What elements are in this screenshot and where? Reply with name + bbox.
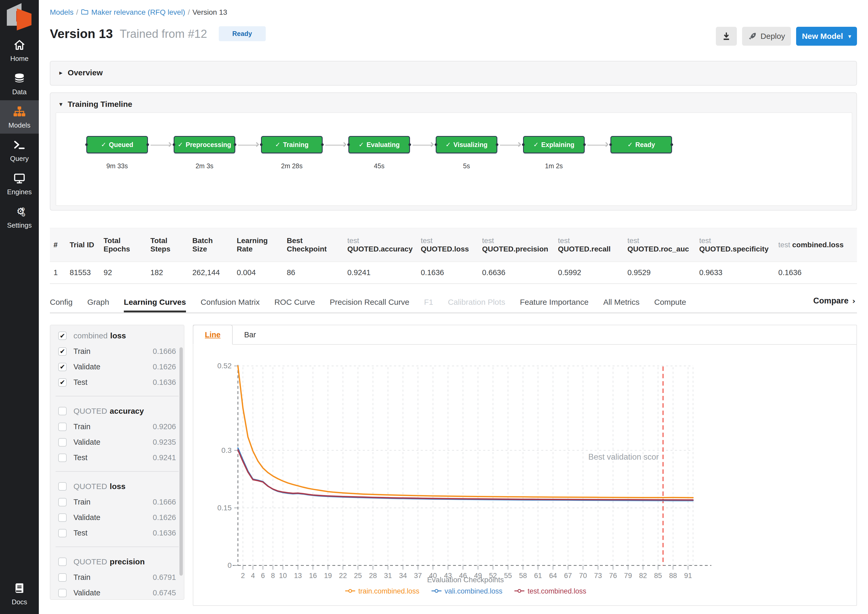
metric-value: 0.1626: [153, 513, 176, 522]
column-header: Batch Size: [189, 228, 233, 262]
metric-group: QUOTEDlossTrain0.1666Validate0.1626Test0…: [50, 476, 184, 542]
new-model-button[interactable]: New Model ▾: [796, 27, 857, 46]
table-cell: 92: [100, 262, 147, 283]
metric-checkbox[interactable]: [58, 423, 67, 431]
legend-item[interactable]: train.combined.loss: [345, 587, 419, 595]
metric-checkbox[interactable]: [58, 589, 67, 597]
stage-duration: 5s: [436, 162, 498, 170]
table-cell: 0.5992: [554, 262, 624, 283]
sidebar-item-home[interactable]: Home: [0, 34, 39, 67]
breadcrumb-current: Version 13: [192, 8, 227, 17]
column-header-label: QUOTED.recall: [558, 245, 611, 253]
tab-all-metrics[interactable]: All Metrics: [603, 298, 640, 312]
metric-value: 0.6791: [153, 573, 176, 582]
overview-section-title: Overview: [68, 68, 102, 77]
column-header-label: QUOTED.roc_auc: [628, 245, 689, 253]
metric-row: Validate0.1626: [57, 510, 177, 525]
compare-link[interactable]: Compare ›: [813, 296, 856, 306]
legend-label: test.combined.loss: [527, 587, 586, 595]
tab-confusion-matrix[interactable]: Confusion Matrix: [201, 298, 260, 312]
metrics-panel-scrollbar[interactable]: [180, 347, 183, 576]
metric-group-name: accuracy: [110, 407, 144, 415]
table-cell: 0.9529: [624, 262, 696, 283]
overview-section: ▸ Overview: [50, 61, 857, 85]
metric-group-name: loss: [110, 331, 126, 340]
group-divider: [56, 471, 179, 472]
best-validation-annotation: Best validation scor: [588, 452, 659, 462]
sidebar-item-query[interactable]: Query: [0, 134, 39, 167]
metric-checkbox[interactable]: [58, 529, 67, 537]
column-header-label: Total Epochs: [104, 236, 130, 253]
metric-checkbox[interactable]: [58, 573, 67, 582]
tab-feature-importance[interactable]: Feature Importance: [520, 298, 589, 312]
chart-legend: train.combined.lossvali.combined.losstes…: [238, 587, 693, 595]
pipeline-stage-ready: ✓Ready: [611, 136, 672, 153]
breadcrumb-link[interactable]: Maker relevance (RFQ level): [91, 8, 185, 17]
column-header: test combined.loss: [775, 228, 857, 262]
metric-checkbox[interactable]: [58, 513, 67, 522]
breadcrumb: Models/Maker relevance (RFQ level)/Versi…: [50, 8, 227, 17]
metric-checkbox[interactable]: [58, 378, 67, 387]
sidebar-item-settings[interactable]: ⚙⚙⚙Settings: [0, 200, 39, 234]
stage-connector: [238, 145, 258, 146]
stage-connector: [325, 145, 346, 146]
metric-checkbox[interactable]: [58, 363, 67, 371]
tab-line[interactable]: Line: [193, 325, 232, 345]
group-checkbox[interactable]: [58, 407, 67, 415]
arrow-right-icon: [341, 142, 346, 147]
table-cell: 0.9633: [696, 262, 775, 283]
arrow-right-icon: [604, 142, 608, 147]
stage-duration: 45s: [348, 162, 410, 170]
sidebar-item-data[interactable]: Data: [0, 67, 39, 100]
metric-value: 0.1666: [153, 498, 176, 507]
group-checkbox[interactable]: [58, 331, 67, 340]
sidebar-item-models[interactable]: Models: [0, 100, 39, 134]
table-cell: 86: [283, 262, 344, 283]
metric-row: Test0.9241: [57, 450, 177, 465]
download-icon: [722, 31, 731, 41]
group-checkbox[interactable]: [58, 558, 67, 566]
metric-tabs-bar: ConfigGraphLearning CurvesConfusion Matr…: [50, 291, 857, 314]
tab-compute[interactable]: Compute: [654, 298, 686, 312]
tab-precision-recall-curve[interactable]: Precision Recall Curve: [330, 298, 409, 312]
metric-label: Validate: [73, 438, 146, 446]
tab-calibration-plots: Calibration Plots: [448, 298, 505, 312]
metric-checkbox[interactable]: [58, 438, 67, 446]
learning-curves-chart[interactable]: 2468101316192225283134374043464952555861…: [193, 345, 856, 592]
legend-item[interactable]: vali.combined.loss: [431, 587, 502, 595]
metric-value: 0.9241: [153, 453, 176, 462]
pipeline-stage-training: ✓Training: [261, 136, 322, 153]
metric-checkbox[interactable]: [58, 498, 67, 507]
overview-section-header[interactable]: ▸ Overview: [50, 61, 856, 84]
metric-value: 0.9235: [153, 438, 176, 446]
metrics-selector-panel: combinedlossTrain0.1666Validate0.1626Tes…: [50, 325, 184, 600]
metric-label: Validate: [73, 589, 146, 597]
tab-roc-curve[interactable]: ROC Curve: [274, 298, 315, 312]
legend-item[interactable]: test.combined.loss: [514, 587, 586, 595]
y-tick-label: 0.15: [217, 504, 232, 512]
breadcrumb-link[interactable]: Models: [50, 8, 73, 17]
app-logo-icon[interactable]: [7, 3, 32, 30]
metric-group: QUOTEDprecisionTrain0.6791Validate0.6745…: [50, 551, 184, 600]
tab-config[interactable]: Config: [50, 298, 73, 312]
metric-value: 0.9206: [153, 422, 176, 431]
settings-icon: ⚙⚙⚙: [12, 205, 26, 219]
download-button[interactable]: [716, 27, 737, 46]
tab-graph[interactable]: Graph: [87, 298, 109, 312]
column-header-label: #: [54, 241, 58, 249]
sidebar-item-engines[interactable]: Engines: [0, 167, 39, 200]
stage-label: Ready: [636, 141, 655, 149]
metric-label: Train: [73, 573, 146, 582]
column-header: #: [50, 228, 66, 262]
sidebar-item-docs[interactable]: Docs: [0, 577, 39, 610]
tab-learning-curves[interactable]: Learning Curves: [124, 298, 186, 312]
deploy-button[interactable]: Deploy: [742, 27, 791, 46]
sidebar: HomeDataModelsQueryEngines⚙⚙⚙Settings Do…: [0, 0, 39, 614]
metric-checkbox[interactable]: [58, 347, 67, 356]
table-row[interactable]: 18155392182262,1440.004860.92410.16360.6…: [50, 262, 857, 283]
tab-bar[interactable]: Bar: [232, 325, 268, 344]
column-header: Best Checkpoint: [283, 228, 344, 262]
metric-checkbox[interactable]: [58, 454, 67, 462]
group-checkbox[interactable]: [58, 482, 67, 491]
y-tick-label: 0.52: [217, 362, 232, 370]
